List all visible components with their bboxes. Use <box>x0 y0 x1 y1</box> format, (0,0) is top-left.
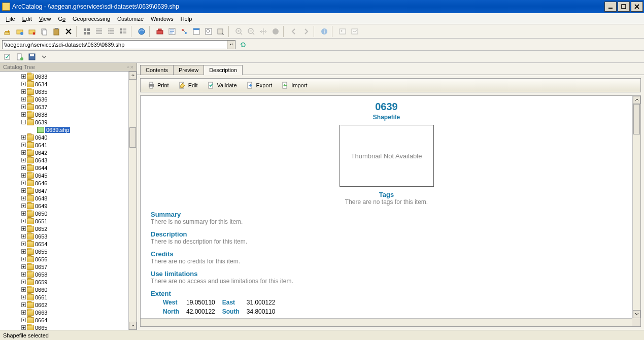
tree-item-folder[interactable]: +0641 <box>0 141 128 149</box>
expand-icon[interactable]: + <box>21 203 26 208</box>
catalog-tree[interactable]: +0633+0634+0635+0636+0637+0638-06390639.… <box>0 72 128 330</box>
tree-item-folder[interactable]: +0654 <box>0 240 128 248</box>
tree-item-folder[interactable]: +0652 <box>0 225 128 232</box>
tree-item-folder[interactable]: +0655 <box>0 248 128 255</box>
details-button[interactable] <box>106 26 117 37</box>
tree-item-folder[interactable]: +0633 <box>0 73 128 80</box>
expand-icon[interactable]: + <box>21 82 26 86</box>
menu-customize[interactable]: Customize <box>114 15 147 23</box>
connect-folder-button[interactable] <box>14 26 25 37</box>
save-button[interactable] <box>26 51 38 62</box>
scroll-thumb[interactable] <box>129 127 136 148</box>
launch-arcmap-button[interactable] <box>136 26 147 37</box>
doc-scroll-thumb[interactable] <box>633 104 640 134</box>
expand-icon[interactable]: + <box>21 272 26 277</box>
expand-icon[interactable]: + <box>21 257 26 261</box>
expand-icon[interactable]: + <box>21 196 26 200</box>
new-item-button[interactable] <box>14 51 25 62</box>
expand-icon[interactable]: + <box>21 310 26 315</box>
doc-scroll-down[interactable] <box>633 310 640 318</box>
edit-button[interactable]: Edit <box>175 80 201 91</box>
tab-preview[interactable]: Preview <box>173 65 204 75</box>
tree-item-folder[interactable]: +0645 <box>0 172 128 179</box>
expand-icon[interactable]: + <box>21 188 26 193</box>
expand-icon[interactable]: + <box>21 173 26 178</box>
toolbox-button[interactable] <box>154 26 165 37</box>
expand-icon[interactable]: + <box>21 150 26 155</box>
tree-item-folder[interactable]: +0635 <box>0 88 128 95</box>
zoom-in-button[interactable] <box>233 26 245 37</box>
expand-icon[interactable]: + <box>21 264 26 269</box>
tree-item-folder[interactable]: +0665 <box>0 324 128 330</box>
full-extent-button[interactable] <box>270 26 281 37</box>
expand-icon[interactable]: + <box>21 143 26 147</box>
forward-button[interactable] <box>300 26 312 37</box>
import-button[interactable]: Import <box>278 80 311 91</box>
collapse-icon[interactable]: - <box>21 120 26 124</box>
tree-item-folder[interactable]: +0659 <box>0 278 128 286</box>
tree-item-folder[interactable]: +0650 <box>0 210 128 217</box>
expand-icon[interactable]: + <box>21 295 26 299</box>
scroll-down-button[interactable] <box>129 322 137 330</box>
tree-item-folder[interactable]: +0662 <box>0 301 128 309</box>
location-input[interactable] <box>2 40 227 49</box>
menu-geoprocessing[interactable]: Geoprocessing <box>70 15 113 23</box>
list-button[interactable] <box>93 26 105 37</box>
tree-item-folder[interactable]: +0640 <box>0 133 128 141</box>
delete-button[interactable] <box>63 26 74 37</box>
tab-contents[interactable]: Contents <box>140 65 174 75</box>
panel-close-icon[interactable]: × <box>130 64 133 70</box>
expand-icon[interactable]: + <box>21 226 26 231</box>
tree-item-folder[interactable]: +0653 <box>0 232 128 240</box>
large-icons-button[interactable] <box>81 26 92 37</box>
thumbnails-button[interactable] <box>118 26 129 37</box>
tree-item-folder[interactable]: +0643 <box>0 156 128 164</box>
tree-item-folder[interactable]: +0644 <box>0 164 128 172</box>
modelbuilder-button[interactable] <box>179 26 190 37</box>
tree-item-folder[interactable]: +0637 <box>0 103 128 111</box>
expand-icon[interactable]: + <box>21 234 26 239</box>
paste-button[interactable] <box>51 26 62 37</box>
doc-hscrollbar[interactable] <box>141 318 632 326</box>
tree-item-folder[interactable]: +0636 <box>0 95 128 103</box>
tree-scrollbar[interactable] <box>128 72 137 330</box>
expand-icon[interactable]: + <box>21 181 26 185</box>
tree-item-folder[interactable]: +0657 <box>0 263 128 270</box>
menu-windows[interactable]: Windows <box>148 15 177 23</box>
menu-edit[interactable]: Edit <box>19 15 35 23</box>
menu-file[interactable]: File <box>3 15 18 23</box>
tree-item-folder[interactable]: +0660 <box>0 286 128 293</box>
tree-item-folder[interactable]: +0647 <box>0 187 128 194</box>
tree-item-folder[interactable]: +0664 <box>0 316 128 324</box>
python-button[interactable] <box>166 26 178 37</box>
menu-go[interactable]: Go <box>55 15 69 23</box>
identify-button[interactable]: i <box>319 26 330 37</box>
menu-view[interactable]: View <box>36 15 54 23</box>
expand-icon[interactable]: + <box>21 165 26 170</box>
tree-item-folder[interactable]: +0649 <box>0 202 128 210</box>
maximize-button[interactable] <box>618 2 630 12</box>
doc-vscrollbar[interactable] <box>632 96 640 318</box>
menu-help[interactable]: Help <box>178 15 195 23</box>
expand-icon[interactable]: + <box>21 318 26 322</box>
expand-icon[interactable]: + <box>21 302 26 307</box>
location-dropdown-button[interactable] <box>227 40 235 49</box>
panel-pin-icon[interactable]: ▫ <box>127 64 129 70</box>
expand-icon[interactable]: + <box>21 249 26 254</box>
minimize-button[interactable] <box>604 2 617 12</box>
expand-icon[interactable]: + <box>21 211 26 216</box>
tree-item-folder[interactable]: +0658 <box>0 270 128 278</box>
tree-item-folder[interactable]: +0634 <box>0 80 128 88</box>
expand-icon[interactable]: + <box>21 135 26 140</box>
back-button[interactable] <box>288 26 299 37</box>
tree-item-folder[interactable]: +0648 <box>0 194 128 202</box>
expand-icon[interactable]: + <box>21 219 26 223</box>
zoom-out-button[interactable] <box>246 26 257 37</box>
scroll-up-button[interactable] <box>129 72 137 80</box>
tree-item-folder[interactable]: +0638 <box>0 111 128 118</box>
tree-item-folder[interactable]: +0646 <box>0 179 128 187</box>
tree-item-folder[interactable]: -0639 <box>0 118 128 126</box>
tree-item-folder[interactable]: +0663 <box>0 309 128 316</box>
print-button[interactable]: Print <box>144 80 173 91</box>
tab-description[interactable]: Description <box>204 65 243 75</box>
